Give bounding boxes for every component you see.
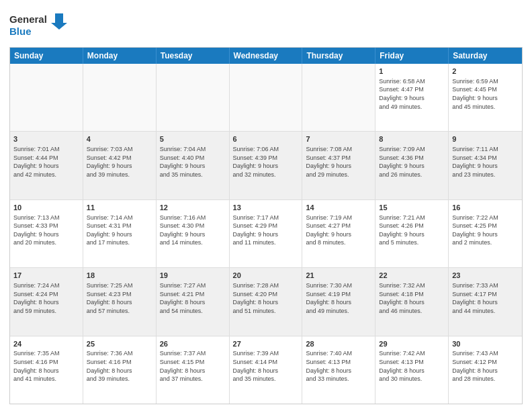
day-cell-26: 26Sunrise: 7:37 AMSunset: 4:15 PMDayligh… bbox=[157, 336, 230, 404]
day-info: Sunrise: 7:35 AMSunset: 4:16 PMDaylight:… bbox=[13, 349, 79, 383]
header-day-saturday: Saturday bbox=[449, 48, 522, 64]
day-info: Sunrise: 7:16 AMSunset: 4:30 PMDaylight:… bbox=[160, 214, 226, 247]
day-number: 7 bbox=[306, 134, 371, 144]
day-info: Sunrise: 7:27 AMSunset: 4:21 PMDaylight:… bbox=[160, 281, 226, 315]
day-info: Sunrise: 7:24 AMSunset: 4:24 PMDaylight:… bbox=[13, 281, 79, 315]
day-cell-28: 28Sunrise: 7:40 AMSunset: 4:13 PMDayligh… bbox=[302, 336, 375, 404]
day-cell-21: 21Sunrise: 7:30 AMSunset: 4:19 PMDayligh… bbox=[302, 268, 375, 335]
day-info: Sunrise: 7:42 AMSunset: 4:13 PMDaylight:… bbox=[379, 349, 445, 383]
header-day-tuesday: Tuesday bbox=[157, 48, 230, 64]
day-cell-22: 22Sunrise: 7:32 AMSunset: 4:18 PMDayligh… bbox=[375, 268, 449, 335]
day-info: Sunrise: 7:43 AMSunset: 4:12 PMDaylight:… bbox=[452, 349, 519, 383]
day-info: Sunrise: 7:25 AMSunset: 4:23 PMDaylight:… bbox=[87, 281, 152, 315]
day-cell-17: 17Sunrise: 7:24 AMSunset: 4:24 PMDayligh… bbox=[10, 268, 83, 335]
empty-cell bbox=[157, 64, 230, 131]
day-cell-27: 27Sunrise: 7:39 AMSunset: 4:14 PMDayligh… bbox=[230, 336, 303, 404]
day-cell-8: 8Sunrise: 7:09 AMSunset: 4:36 PMDaylight… bbox=[375, 132, 449, 199]
day-number: 26 bbox=[160, 339, 226, 349]
day-cell-29: 29Sunrise: 7:42 AMSunset: 4:13 PMDayligh… bbox=[375, 336, 449, 404]
day-number: 16 bbox=[452, 203, 519, 213]
day-info: Sunrise: 7:19 AMSunset: 4:27 PMDaylight:… bbox=[306, 214, 371, 247]
logo-block: General Blue bbox=[9, 11, 70, 42]
day-number: 13 bbox=[233, 203, 299, 213]
day-cell-9: 9Sunrise: 7:11 AMSunset: 4:34 PMDaylight… bbox=[449, 132, 522, 199]
day-info: Sunrise: 6:58 AMSunset: 4:47 PMDaylight:… bbox=[379, 77, 445, 111]
day-number: 23 bbox=[452, 271, 519, 281]
empty-cell bbox=[230, 64, 303, 131]
day-info: Sunrise: 7:39 AMSunset: 4:14 PMDaylight:… bbox=[233, 349, 299, 383]
day-cell-20: 20Sunrise: 7:28 AMSunset: 4:20 PMDayligh… bbox=[230, 268, 303, 335]
day-info: Sunrise: 7:11 AMSunset: 4:34 PMDaylight:… bbox=[452, 145, 519, 179]
day-cell-4: 4Sunrise: 7:03 AMSunset: 4:42 PMDaylight… bbox=[83, 132, 157, 199]
day-cell-16: 16Sunrise: 7:22 AMSunset: 4:25 PMDayligh… bbox=[449, 200, 522, 267]
day-info: Sunrise: 7:32 AMSunset: 4:18 PMDaylight:… bbox=[379, 281, 445, 315]
header-day-thursday: Thursday bbox=[302, 48, 375, 64]
day-number: 24 bbox=[13, 339, 79, 349]
day-cell-6: 6Sunrise: 7:06 AMSunset: 4:39 PMDaylight… bbox=[230, 132, 303, 199]
day-cell-11: 11Sunrise: 7:14 AMSunset: 4:31 PMDayligh… bbox=[83, 200, 157, 267]
day-info: Sunrise: 7:17 AMSunset: 4:29 PMDaylight:… bbox=[233, 214, 299, 247]
day-number: 28 bbox=[306, 339, 371, 349]
header: General Blue bbox=[9, 8, 523, 42]
day-number: 12 bbox=[160, 203, 226, 213]
day-cell-23: 23Sunrise: 7:33 AMSunset: 4:17 PMDayligh… bbox=[449, 268, 522, 335]
logo: General Blue bbox=[9, 11, 70, 42]
day-cell-1: 1Sunrise: 6:58 AMSunset: 4:47 PMDaylight… bbox=[375, 64, 449, 131]
day-number: 29 bbox=[379, 339, 445, 349]
day-cell-13: 13Sunrise: 7:17 AMSunset: 4:29 PMDayligh… bbox=[230, 200, 303, 267]
svg-marker-1 bbox=[51, 13, 67, 30]
empty-cell bbox=[83, 64, 157, 131]
calendar-week-4: 17Sunrise: 7:24 AMSunset: 4:24 PMDayligh… bbox=[10, 268, 522, 336]
day-cell-19: 19Sunrise: 7:27 AMSunset: 4:21 PMDayligh… bbox=[157, 268, 230, 335]
day-cell-24: 24Sunrise: 7:35 AMSunset: 4:16 PMDayligh… bbox=[10, 336, 83, 404]
day-info: Sunrise: 6:59 AMSunset: 4:45 PMDaylight:… bbox=[452, 77, 519, 111]
page: General Blue SundayMondayTuesdayWednesda… bbox=[0, 0, 532, 411]
day-info: Sunrise: 7:06 AMSunset: 4:39 PMDaylight:… bbox=[233, 145, 299, 179]
day-number: 19 bbox=[160, 271, 226, 281]
calendar-week-1: 1Sunrise: 6:58 AMSunset: 4:47 PMDaylight… bbox=[10, 64, 522, 132]
day-number: 2 bbox=[452, 66, 519, 77]
day-number: 27 bbox=[233, 339, 299, 349]
day-cell-30: 30Sunrise: 7:43 AMSunset: 4:12 PMDayligh… bbox=[449, 336, 522, 404]
day-number: 9 bbox=[452, 134, 519, 144]
logo-svg: General Blue bbox=[9, 11, 70, 39]
day-number: 30 bbox=[452, 339, 519, 349]
day-cell-2: 2Sunrise: 6:59 AMSunset: 4:45 PMDaylight… bbox=[449, 64, 522, 131]
day-number: 14 bbox=[306, 203, 371, 213]
svg-text:General: General bbox=[9, 13, 47, 25]
day-number: 6 bbox=[233, 134, 299, 144]
day-number: 25 bbox=[87, 339, 152, 349]
calendar-week-2: 3Sunrise: 7:01 AMSunset: 4:44 PMDaylight… bbox=[10, 132, 522, 199]
day-cell-18: 18Sunrise: 7:25 AMSunset: 4:23 PMDayligh… bbox=[83, 268, 157, 335]
day-info: Sunrise: 7:22 AMSunset: 4:25 PMDaylight:… bbox=[452, 214, 519, 247]
day-cell-25: 25Sunrise: 7:36 AMSunset: 4:16 PMDayligh… bbox=[83, 336, 157, 404]
day-info: Sunrise: 7:04 AMSunset: 4:40 PMDaylight:… bbox=[160, 145, 226, 179]
day-info: Sunrise: 7:09 AMSunset: 4:36 PMDaylight:… bbox=[379, 145, 445, 179]
calendar-week-3: 10Sunrise: 7:13 AMSunset: 4:33 PMDayligh… bbox=[10, 200, 522, 268]
day-cell-14: 14Sunrise: 7:19 AMSunset: 4:27 PMDayligh… bbox=[302, 200, 375, 267]
day-number: 21 bbox=[306, 271, 371, 281]
empty-cell bbox=[10, 64, 83, 131]
day-cell-5: 5Sunrise: 7:04 AMSunset: 4:40 PMDaylight… bbox=[157, 132, 230, 199]
day-info: Sunrise: 7:01 AMSunset: 4:44 PMDaylight:… bbox=[13, 145, 79, 179]
day-info: Sunrise: 7:28 AMSunset: 4:20 PMDaylight:… bbox=[233, 281, 299, 315]
calendar: SundayMondayTuesdayWednesdayThursdayFrid… bbox=[9, 47, 523, 404]
day-cell-7: 7Sunrise: 7:08 AMSunset: 4:37 PMDaylight… bbox=[302, 132, 375, 199]
day-info: Sunrise: 7:03 AMSunset: 4:42 PMDaylight:… bbox=[87, 145, 152, 179]
day-info: Sunrise: 7:21 AMSunset: 4:26 PMDaylight:… bbox=[379, 214, 445, 247]
day-number: 18 bbox=[87, 271, 152, 281]
header-day-wednesday: Wednesday bbox=[230, 48, 303, 64]
day-info: Sunrise: 7:37 AMSunset: 4:15 PMDaylight:… bbox=[160, 349, 226, 383]
day-info: Sunrise: 7:36 AMSunset: 4:16 PMDaylight:… bbox=[87, 349, 152, 383]
day-info: Sunrise: 7:30 AMSunset: 4:19 PMDaylight:… bbox=[306, 281, 371, 315]
day-cell-10: 10Sunrise: 7:13 AMSunset: 4:33 PMDayligh… bbox=[10, 200, 83, 267]
day-number: 4 bbox=[87, 134, 152, 144]
calendar-header-row: SundayMondayTuesdayWednesdayThursdayFrid… bbox=[10, 48, 522, 64]
day-info: Sunrise: 7:08 AMSunset: 4:37 PMDaylight:… bbox=[306, 145, 371, 179]
header-day-monday: Monday bbox=[83, 48, 157, 64]
svg-text:Blue: Blue bbox=[9, 26, 32, 37]
day-number: 15 bbox=[379, 203, 445, 213]
day-number: 22 bbox=[379, 271, 445, 281]
day-number: 3 bbox=[13, 134, 79, 144]
day-cell-15: 15Sunrise: 7:21 AMSunset: 4:26 PMDayligh… bbox=[375, 200, 449, 267]
